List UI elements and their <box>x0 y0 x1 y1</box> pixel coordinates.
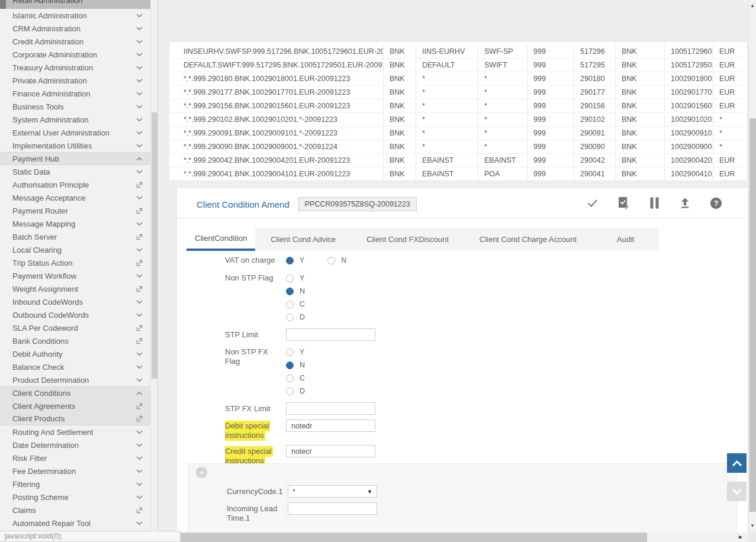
sidebar-item-treasury-administration[interactable]: Treasury Administration <box>0 61 157 74</box>
credit-special-instructions-input[interactable] <box>286 445 375 457</box>
sidebar-item-date-determination[interactable]: Date Determination <box>0 438 157 451</box>
sidebar-item-crm-administration[interactable]: CRM Administration <box>0 22 157 35</box>
upload-button[interactable] <box>678 197 692 211</box>
radio-non-stp-flag-c[interactable]: C <box>286 298 305 311</box>
table-row[interactable]: *.*.999.290156.BNK.10029015601.EUR-20091… <box>169 99 747 113</box>
sidebar-item-inbound-codewords[interactable]: Inbound CodeWords <box>0 295 157 308</box>
scrollbar-right-arrow-icon[interactable]: ▶ <box>739 534 742 540</box>
table-row[interactable]: DEFAULT.SWIFT.999.517295.BNK.10051729501… <box>169 59 747 72</box>
sidebar-item-trip-status-action[interactable]: Trip Status Action <box>0 256 157 269</box>
radio-non-stp-fx-flag-d[interactable]: D <box>286 385 305 398</box>
suspend-button[interactable] <box>647 197 661 211</box>
sidebar-item-balance-check[interactable]: Balance Check <box>0 360 157 373</box>
radio-non-stp-fx-flag-y[interactable]: Y <box>286 346 305 359</box>
table-cell: *.*.999.290180.BNK.10029018001.EUR-20091… <box>169 72 384 86</box>
debit-special-instructions-input[interactable] <box>286 420 375 432</box>
incoming-lead-time-1-input[interactable] <box>288 502 377 515</box>
sidebar-item-credit-administration[interactable]: Credit Administration <box>0 35 157 48</box>
tab-audit[interactable]: Audit <box>592 227 660 251</box>
sidebar-item-local-clearing[interactable]: Local Clearing <box>0 243 157 256</box>
sidebar-item-system-administration[interactable]: System Administration <box>0 113 157 126</box>
sidebar-item-routing-and-settlement[interactable]: Routing And Settlement <box>0 425 157 438</box>
sidebar-item-filtering[interactable]: Filtering <box>0 478 157 491</box>
sidebar-item-risk-filter[interactable]: Risk Filter <box>0 451 157 464</box>
vertical-scrollbar[interactable]: ▲ ▼ <box>748 0 756 533</box>
vertical-scrollbar-thumb[interactable] <box>749 118 756 512</box>
radio-vat-on-charge-y[interactable]: Y <box>286 254 304 267</box>
tab-clientcondition[interactable]: ClientCondition <box>186 227 255 251</box>
sidebar-item-posting-scheme[interactable]: Posting Scheme <box>0 491 157 504</box>
page-title: Client Condition Amend <box>197 199 289 209</box>
radio-non-stp-flag-d[interactable]: D <box>286 311 305 324</box>
sidebar-item-message-mapping[interactable]: Message Mapping <box>0 217 157 230</box>
chevron-down-icon <box>136 274 143 278</box>
sidebar-item-debit-authority[interactable]: Debit Authority <box>0 347 157 360</box>
sidebar-item-batch-server[interactable]: Batch Server <box>0 230 157 243</box>
help-icon: ? <box>710 197 722 212</box>
validate-button[interactable] <box>616 197 630 211</box>
sidebar-item-external-user-administration[interactable]: External User Administration <box>0 126 157 139</box>
sidebar-item-authorisation-principle[interactable]: Authorisation Principle <box>0 178 157 191</box>
sidebar-item-client-agreements[interactable]: Client Agreements <box>0 399 157 412</box>
sidebar-item-payment-hub[interactable]: Payment Hub <box>0 152 157 165</box>
sidebar-item-retail-administration[interactable]: Retail Administration <box>0 0 157 9</box>
scrollbar-down-arrow-icon[interactable]: ▼ <box>749 523 756 528</box>
help-button[interactable]: ? <box>709 197 723 211</box>
sidebar-item-corporate-administration[interactable]: Corporate Administration <box>0 48 157 61</box>
sidebar-item-automated-repair-tool[interactable]: Automated Repair Tool <box>0 517 157 530</box>
sidebar-item-client-products[interactable]: Client Products <box>0 412 157 425</box>
external-link-icon <box>136 208 143 214</box>
sidebar-item-weight-assignment[interactable]: Weight Assignment <box>0 282 157 295</box>
sidebar-scrollbar-thumb[interactable] <box>152 112 157 379</box>
stp-fx-limit-input[interactable] <box>286 402 375 415</box>
radio-non-stp-fx-flag-n[interactable]: N <box>286 359 305 372</box>
scroll-to-bottom-button[interactable] <box>727 482 747 501</box>
add-row-button[interactable]: + <box>196 467 207 478</box>
approve-button[interactable] <box>586 197 600 211</box>
sidebar-item-sla-per-codeword[interactable]: SLA Per Codeword <box>0 321 157 334</box>
external-link-icon <box>136 234 143 240</box>
sidebar-item-fee-determination[interactable]: Fee Determination <box>0 464 157 478</box>
table-cell: 999 <box>527 113 574 127</box>
sidebar-item-bank-conditions[interactable]: Bank Conditions <box>0 334 157 347</box>
sidebar-item-private-administration[interactable]: Private Administration <box>0 74 157 87</box>
table-cell: BNK <box>616 113 665 127</box>
tab-client-cond-advice[interactable]: Client Cond Advice <box>255 227 351 251</box>
radio-non-stp-flag-n[interactable]: N <box>286 285 305 298</box>
radio-non-stp-fx-flag-c[interactable]: C <box>286 372 305 385</box>
sidebar-item-label: Routing And Settlement <box>12 428 136 437</box>
horizontal-scrollbar-thumb[interactable] <box>181 533 647 542</box>
table-row[interactable]: *.*.999.290042.BNK.10029004201.EUR-20091… <box>169 154 747 167</box>
sidebar-item-claims[interactable]: Claims <box>0 504 157 517</box>
sidebar-item-payment-workflow[interactable]: Payment Workflow <box>0 269 157 282</box>
sidebar-item-message-acceptance[interactable]: Message Acceptance <box>0 191 157 204</box>
field-label: Non STP Flag <box>225 272 282 324</box>
sidebar-item-outbound-codewords[interactable]: Outbound CodeWords <box>0 308 157 321</box>
table-row[interactable]: *.*.999.290041.BNK.10029004101.EUR-20091… <box>169 167 747 181</box>
sidebar-item-finance-administration[interactable]: Finance Administration <box>0 87 157 100</box>
radio-vat-on-charge-n[interactable]: N <box>327 254 346 267</box>
sidebar-item-client-conditions[interactable]: Client Conditions <box>0 386 157 399</box>
radio-button-icon <box>286 288 294 295</box>
scroll-to-top-button[interactable] <box>727 453 747 473</box>
sidebar-item-implementation-utilities[interactable]: Implementation Utilities <box>0 139 157 152</box>
table-row[interactable]: *.*.999.290091.BNK.10029009101.*-2009122… <box>169 127 747 140</box>
currency-code-1-select[interactable]: *▼ <box>288 485 377 498</box>
field-control <box>286 402 375 415</box>
table-row[interactable]: *.*.999.290102.BNK.10029010201.*-2009122… <box>169 113 747 127</box>
scrollbar-up-arrow-icon[interactable]: ▲ <box>749 3 756 8</box>
table-row[interactable]: *.*.999.290180.BNK.10029018001.EUR-20091… <box>169 72 747 86</box>
sidebar-item-product-determination[interactable]: Product Determination <box>0 373 157 386</box>
sidebar-scrollbar[interactable] <box>150 0 157 533</box>
stp-limit-input[interactable] <box>286 328 375 341</box>
sidebar-item-payment-router[interactable]: Payment Router <box>0 204 157 217</box>
tab-client-cond-charge-account[interactable]: Client Cond Charge Account <box>464 227 592 251</box>
sidebar-item-static-data[interactable]: Static Data <box>0 165 157 178</box>
tab-client-cond-fxdiscount[interactable]: Client Cond FXDiscount <box>351 227 464 251</box>
table-row[interactable]: *.*.999.290177.BNK.10029017701.EUR-20091… <box>169 86 747 99</box>
table-row[interactable]: *.*.999.290090.BNK.10029009001.*-2009122… <box>169 140 747 154</box>
table-row[interactable]: IINSEURHV.SWFSP.999.517296.BNK.100517296… <box>169 45 747 59</box>
sidebar-item-business-tools[interactable]: Business Tools <box>0 100 157 113</box>
radio-non-stp-flag-y[interactable]: Y <box>286 272 305 285</box>
sidebar-item-islamic-administration[interactable]: Islamic Administration <box>0 9 157 22</box>
